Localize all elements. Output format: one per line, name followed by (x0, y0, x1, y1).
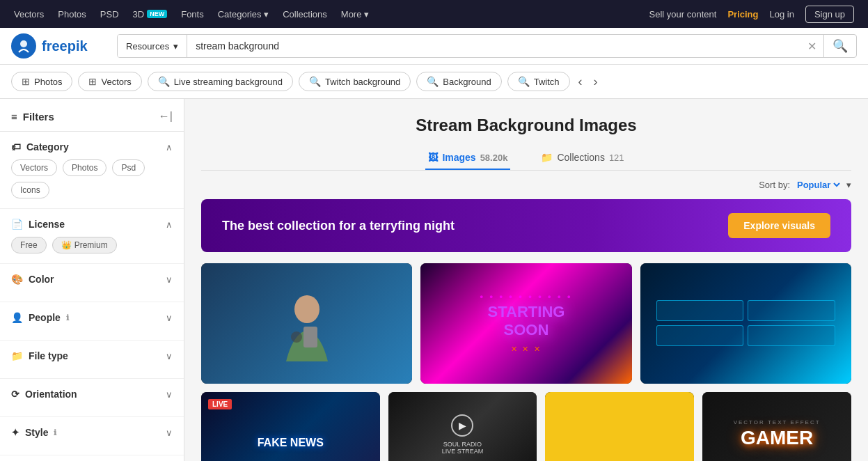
promo-text: The best collection for a terryfing nigh… (222, 219, 455, 233)
search-chip-icon-1: 🔍 (158, 76, 170, 87)
category-title: 🏷 Category (11, 141, 69, 153)
style-chevron-icon: ∨ (166, 428, 173, 438)
chip-twitch-background[interactable]: 🔍 Twitch background (299, 72, 411, 91)
sidebar-section-filetype: 📁 File type ∨ (0, 341, 184, 379)
sidebar-section-orientation: ⟳ Orientation ∨ (0, 379, 184, 417)
nav-signup-button[interactable]: Sign up (805, 6, 854, 23)
nav-sell[interactable]: Sell your content (649, 9, 717, 19)
color-title: 🎨 Color (11, 274, 54, 285)
people-info-icon: ℹ (66, 313, 69, 322)
nav-login[interactable]: Log in (769, 9, 794, 19)
sidebar-section-quickedit: ✏ Quick edit ∨ (0, 455, 184, 461)
image-tab-icon: 🖼 (428, 152, 438, 163)
sidebar: ≡ Filters ←| 🏷 Category ∧ Vectors Photos… (0, 99, 184, 461)
sidebar-section-license: 📄 License ∧ Free 👑 Premium (0, 209, 184, 264)
sidebar-header: ≡ Filters ←| (0, 110, 184, 132)
people-chevron-icon: ∨ (166, 313, 173, 323)
sidebar-section-category: 🏷 Category ∧ Vectors Photos Psd Icons (0, 132, 184, 209)
search-chip-icon-4: 🔍 (518, 76, 530, 87)
main-layout: ≡ Filters ←| 🏷 Category ∧ Vectors Photos… (0, 99, 868, 461)
top-nav-left: Vectors Photos PSD 3D NEW Fonts Categori… (14, 9, 369, 19)
category-icon: 🏷 (11, 141, 21, 153)
chip-vectors[interactable]: ⊞ Vectors (78, 72, 141, 91)
search-button[interactable]: 🔍 (823, 35, 856, 57)
nav-fonts[interactable]: Fonts (181, 9, 204, 19)
content-area: Stream Background Images 🖼 Images 58.20k… (184, 99, 868, 461)
nav-3d[interactable]: 3D NEW (133, 9, 168, 19)
image-card-2[interactable]: ● ● ● ● ● ● ● ● ● ● STARTINGSOON ✕ ✕ ✕ (420, 263, 631, 384)
dropdown-arrow-icon: ▾ (173, 41, 178, 52)
tab-collections[interactable]: 📁 Collections 121 (538, 146, 626, 170)
image-card-6[interactable]: LIVE (545, 392, 694, 461)
category-photos[interactable]: Photos (63, 159, 106, 176)
search-bar: freepik Resources ▾ ✕ 🔍 (0, 28, 868, 65)
image-card-1[interactable] (201, 263, 412, 384)
image-card-3[interactable] (640, 263, 851, 384)
search-chip-icon-2: 🔍 (309, 76, 321, 87)
color-header[interactable]: 🎨 Color ∨ (11, 274, 173, 285)
orientation-icon: ⟳ (11, 389, 19, 400)
image-card-7[interactable]: VECTOR TEXT EFFECT GAMER (702, 392, 851, 461)
people-header[interactable]: 👤 People ℹ ∨ (11, 312, 173, 323)
tab-images[interactable]: 🖼 Images 58.20k (425, 146, 510, 170)
chips-prev-button[interactable]: ‹ (576, 75, 585, 89)
license-premium[interactable]: 👑 Premium (52, 237, 117, 253)
chip-twitch[interactable]: 🔍 Twitch (507, 72, 570, 91)
style-title: ✦ Style ℹ (11, 427, 56, 438)
people-title: 👤 People ℹ (11, 312, 69, 323)
explore-visuals-button[interactable]: Explore visuals (728, 213, 830, 238)
svg-point-1 (294, 295, 319, 323)
search-wrapper: Resources ▾ ✕ 🔍 (117, 34, 857, 58)
filetype-chevron-icon: ∨ (166, 351, 173, 361)
category-chevron-icon: ∧ (166, 142, 173, 153)
top-nav-right: Sell your content Pricing Log in Sign up (649, 6, 854, 23)
chip-background[interactable]: 🔍 Background (416, 72, 501, 91)
clear-search-button[interactable]: ✕ (800, 35, 823, 57)
nav-more[interactable]: More ▾ (341, 9, 369, 19)
license-free[interactable]: Free (11, 237, 47, 253)
category-tags: Vectors Photos Psd Icons (11, 159, 173, 198)
resource-dropdown[interactable]: Resources ▾ (118, 35, 187, 57)
page-title: Stream Background Images (201, 116, 851, 135)
logo-icon (11, 33, 36, 58)
sidebar-collapse-button[interactable]: ←| (159, 110, 173, 123)
category-icons[interactable]: Icons (11, 182, 49, 198)
svg-rect-3 (303, 327, 317, 347)
orientation-title: ⟳ Orientation (11, 389, 77, 400)
nav-vectors[interactable]: Vectors (14, 9, 44, 19)
logo[interactable]: freepik (11, 33, 109, 58)
sidebar-section-people: 👤 People ℹ ∨ (0, 302, 184, 341)
category-vectors[interactable]: Vectors (11, 159, 57, 176)
sidebar-section-color: 🎨 Color ∨ (0, 264, 184, 302)
chips-next-button[interactable]: › (591, 75, 601, 89)
play-icon: ▶ (451, 414, 473, 437)
fake-news-badge: LIVE (208, 399, 232, 409)
photo-icon: ⊞ (22, 76, 30, 87)
filetype-header[interactable]: 📁 File type ∨ (11, 350, 173, 361)
license-chevron-icon: ∧ (166, 219, 173, 230)
category-header[interactable]: 🏷 Category ∧ (11, 141, 173, 153)
image-grid-row-2: LIVE FAKE NEWS ▶ SOUL RADIOLIVE STREAM (201, 392, 851, 461)
nav-photos[interactable]: Photos (58, 9, 86, 19)
nav-psd[interactable]: PSD (100, 9, 119, 19)
chip-photos[interactable]: ⊞ Photos (11, 72, 72, 91)
nav-categories[interactable]: Categories ▾ (218, 9, 269, 19)
orientation-header[interactable]: ⟳ Orientation ∨ (11, 389, 173, 400)
style-info-icon: ℹ (54, 428, 56, 437)
filter-chips-bar: ⊞ Photos ⊞ Vectors 🔍 Live streaming back… (0, 65, 868, 99)
vector-icon: ⊞ (88, 76, 97, 87)
gamer-text-label: GAMER (741, 427, 813, 449)
nav-pricing[interactable]: Pricing (727, 9, 758, 19)
image-card-4[interactable]: LIVE FAKE NEWS (201, 392, 380, 461)
search-icon: 🔍 (833, 39, 848, 53)
search-input[interactable] (187, 35, 800, 57)
palette-icon: 🎨 (11, 274, 23, 285)
sort-select[interactable]: Popular (794, 179, 842, 191)
image-card-5[interactable]: ▶ SOUL RADIOLIVE STREAM (388, 392, 537, 461)
folder-tab-icon: 📁 (541, 152, 553, 163)
style-header[interactable]: ✦ Style ℹ ∨ (11, 427, 173, 438)
nav-collections[interactable]: Collections (283, 9, 327, 19)
category-psd[interactable]: Psd (112, 159, 145, 176)
chip-live-streaming[interactable]: 🔍 Live streaming background (148, 72, 293, 91)
license-header[interactable]: 📄 License ∧ (11, 219, 173, 230)
